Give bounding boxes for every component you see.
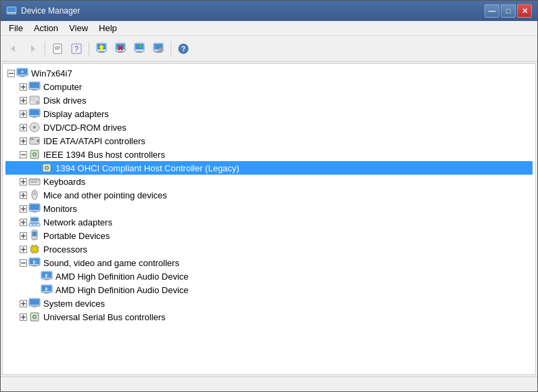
svg-rect-78 <box>30 179 31 181</box>
tree-label-ide: IDE ATA/ATAPI controllers <box>43 136 145 146</box>
tree-item-dvd[interactable]: DVD/CD-ROM drives <box>5 121 533 134</box>
tree-item-disk[interactable]: Disk drives <box>5 93 533 107</box>
scan-hardware-button[interactable] <box>131 40 148 58</box>
svg-rect-79 <box>32 179 33 181</box>
help-button[interactable]: ? <box>175 40 192 58</box>
device-icon-display <box>28 108 41 120</box>
properties-button[interactable] <box>49 40 66 58</box>
show-hidden-button[interactable]: ? <box>68 40 85 58</box>
tree-item-processors[interactable]: Processors <box>5 242 533 256</box>
device-icon-computer <box>28 81 41 93</box>
tree-label-ieee-child: 1394 OHCI Compliant Host Controller (Leg… <box>55 163 240 173</box>
expander-display[interactable] <box>18 108 28 119</box>
svg-rect-93 <box>30 204 39 210</box>
tree-item-keyboards[interactable]: Keyboards <box>5 175 533 188</box>
forward-button[interactable] <box>24 40 41 58</box>
expander-win7[interactable] <box>5 68 16 79</box>
tree-item-sound[interactable]: Sound, video and game controllers <box>5 256 533 269</box>
svg-text:?: ? <box>181 45 185 53</box>
device-icon-mice <box>28 189 41 201</box>
expander-usb[interactable] <box>18 311 28 322</box>
tree-label-display: Display adapters <box>43 109 109 119</box>
status-bar <box>1 376 537 391</box>
expander-ieee[interactable] <box>18 149 28 160</box>
expander-sound[interactable] <box>18 257 28 268</box>
svg-rect-31 <box>20 77 24 77</box>
tree-item-mice[interactable]: Mice and other pointing devices <box>5 188 533 202</box>
svg-rect-52 <box>31 116 38 117</box>
toolbar-separator-1 <box>45 41 45 56</box>
tree-item-sound-child2[interactable]: AMD High Definition Audio Device <box>5 283 533 297</box>
expander-system[interactable] <box>18 298 28 309</box>
device-icon-keyboards <box>28 175 41 188</box>
svg-rect-3 <box>9 14 14 14</box>
tree-label-processors: Processors <box>43 244 87 255</box>
device-icon-processors <box>28 243 41 255</box>
device-icon-usb <box>28 311 41 323</box>
svg-rect-80 <box>34 179 35 181</box>
svg-point-65 <box>37 139 39 142</box>
svg-point-23 <box>160 49 161 51</box>
toolbar: ? <box>1 36 537 62</box>
device-icon-monitors <box>28 202 41 215</box>
expander-disk[interactable] <box>18 95 28 106</box>
update-driver-button[interactable] <box>93 40 110 58</box>
menu-view[interactable]: View <box>64 22 93 35</box>
device-icon-sound <box>28 257 41 269</box>
svg-rect-135 <box>43 279 50 280</box>
uninstall-button[interactable] <box>112 40 129 58</box>
svg-rect-81 <box>36 179 37 181</box>
expander-processors[interactable] <box>18 244 28 255</box>
svg-rect-103 <box>37 223 40 226</box>
tree-item-ieee-child[interactable]: 1394 OHCI Compliant Host Controller (Leg… <box>5 161 533 175</box>
svg-point-45 <box>36 101 39 104</box>
svg-point-70 <box>34 154 36 156</box>
svg-rect-136 <box>45 280 49 280</box>
expander-ide[interactable] <box>18 135 28 146</box>
device-properties-button[interactable] <box>150 40 167 58</box>
tree-item-ieee[interactable]: IEEE 1394 Bus host controllers <box>5 148 533 161</box>
tree-item-sound-child1[interactable]: AMD High Definition Audio Device <box>5 269 533 283</box>
device-tree[interactable]: Win7x64i7ComputerDisk drivesDisplay adap… <box>3 64 535 374</box>
expander-keyboards[interactable] <box>18 176 28 187</box>
tree-item-network[interactable]: Network adapters <box>5 215 533 229</box>
svg-rect-101 <box>29 223 32 226</box>
tree-item-portable[interactable]: Portable Devices <box>5 229 533 242</box>
device-icon-sound-child1 <box>41 270 53 282</box>
maximize-button[interactable]: □ <box>501 4 516 18</box>
menu-help[interactable]: Help <box>93 22 122 35</box>
expander-monitors[interactable] <box>18 203 28 214</box>
tree-label-network: Network adapters <box>43 217 112 227</box>
menu-file[interactable]: File <box>3 22 28 35</box>
menu-action[interactable]: Action <box>28 22 64 35</box>
tree-item-system[interactable]: System devices <box>5 297 533 310</box>
expander-dvd[interactable] <box>18 122 28 133</box>
tree-item-computer[interactable]: Computer <box>5 80 533 93</box>
svg-rect-64 <box>30 138 34 140</box>
tree-item-display[interactable]: Display adapters <box>5 107 533 121</box>
tree-item-win7[interactable]: Win7x64i7 <box>5 66 533 80</box>
window-icon <box>6 5 17 16</box>
svg-rect-83 <box>30 181 37 183</box>
device-icon-dvd <box>28 121 41 133</box>
expander-computer[interactable] <box>18 81 28 92</box>
expander-mice[interactable] <box>18 190 28 200</box>
expander-portable[interactable] <box>18 230 28 241</box>
svg-rect-146 <box>31 306 38 307</box>
svg-point-59 <box>34 127 35 128</box>
svg-rect-6 <box>53 44 62 53</box>
expander-network[interactable] <box>18 217 28 227</box>
minimize-button[interactable]: — <box>485 4 499 18</box>
back-button[interactable] <box>5 40 22 58</box>
svg-rect-145 <box>30 299 39 305</box>
svg-rect-147 <box>32 307 37 307</box>
tree-item-ide[interactable]: IDE ATA/ATAPI controllers <box>5 134 533 148</box>
tree-item-monitors[interactable]: Monitors <box>5 202 533 215</box>
svg-text:?: ? <box>74 45 79 53</box>
tree-item-usb[interactable]: Universal Serial Bus controllers <box>5 310 533 324</box>
menu-bar: File Action View Help <box>1 21 537 36</box>
device-icon-portable <box>28 230 41 242</box>
tree-label-computer: Computer <box>43 82 82 92</box>
close-button[interactable]: ✕ <box>517 4 532 18</box>
window-title: Device Manager <box>21 6 485 16</box>
